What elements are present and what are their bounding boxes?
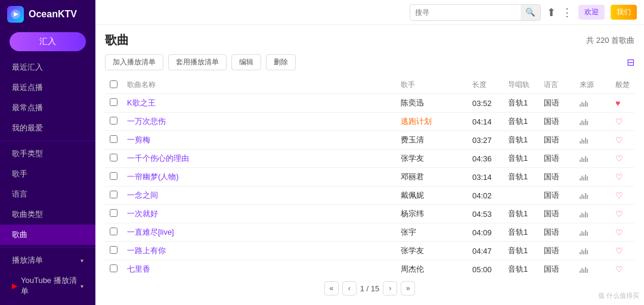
bars-icon-4[interactable]: [580, 172, 588, 180]
add-to-playlist-button[interactable]: 加入播放清单: [105, 54, 163, 70]
sidebar-item-recent-import[interactable]: 最近汇入: [0, 57, 95, 77]
welcome-button[interactable]: 欢迎: [578, 5, 605, 20]
logo-text: OceanKTV: [29, 9, 77, 20]
first-page-button[interactable]: «: [324, 281, 339, 295]
song-artist-3: 张学友: [401, 154, 424, 163]
col-header-name: 歌曲名称: [122, 76, 396, 94]
edit-button[interactable]: 编辑: [231, 54, 261, 70]
fav-cell-6: ♡: [611, 205, 634, 223]
song-artist-7: 张宇: [401, 228, 416, 236]
row-checkbox-5[interactable]: [110, 191, 117, 198]
song-duration-4: 03:14: [467, 168, 503, 186]
bars-icon-3[interactable]: [580, 154, 588, 162]
song-name-7[interactable]: 一直难尽[live]: [127, 228, 174, 236]
favorite-icon-4[interactable]: ♡: [615, 172, 623, 182]
search-box: 🔍: [410, 4, 541, 21]
pagination: « ‹ 1 / 15 › »: [105, 276, 634, 298]
sidebar-item-recent-play[interactable]: 最近点播: [0, 77, 95, 98]
song-audio-0: 音轨1: [503, 94, 539, 113]
song-audio-4: 音轨1: [503, 168, 539, 186]
song-source-7: [575, 223, 611, 242]
favorite-icon-5[interactable]: ♡: [615, 191, 623, 200]
select-all-checkbox[interactable]: [110, 80, 117, 88]
favorite-icon-7[interactable]: ♡: [615, 228, 623, 237]
filter-icon[interactable]: ⊟: [627, 57, 634, 68]
row-checkbox-9[interactable]: [110, 264, 117, 272]
song-artist-9: 周杰伦: [401, 264, 424, 273]
paid-button[interactable]: 我们: [611, 5, 637, 20]
song-name-5[interactable]: 一念之间: [127, 191, 158, 200]
row-checkbox-4[interactable]: [110, 172, 117, 180]
page-title: 歌曲: [105, 32, 129, 48]
upload-icon[interactable]: ⬆: [547, 6, 556, 19]
sidebar-item-songs[interactable]: 歌曲: [0, 225, 95, 245]
song-source-9: [575, 260, 611, 277]
col-header-lang: 语言: [539, 76, 575, 94]
fav-cell-1: ♡: [611, 113, 634, 131]
bars-icon-6[interactable]: [580, 209, 588, 217]
row-checkbox-3[interactable]: [110, 154, 117, 161]
favorite-icon-8[interactable]: ♡: [615, 246, 623, 256]
song-lang-1: 国语: [539, 113, 575, 131]
sidebar-item-youtube-playlist[interactable]: ▶ YouTube 播放清单 ▾: [0, 270, 95, 301]
song-lang-9: 国语: [539, 260, 575, 277]
sidebar-item-playlist[interactable]: 播放清单 ▾: [0, 250, 95, 270]
song-source-8: [575, 242, 611, 260]
bars-icon-5[interactable]: [580, 191, 588, 199]
bars-icon-1[interactable]: [580, 117, 588, 125]
apply-playlist-button[interactable]: 套用播放清单: [168, 54, 227, 70]
table-row: 七里香 周杰伦 05:00 音轨1 国语 ♡: [105, 260, 634, 277]
row-checkbox-2[interactable]: [110, 135, 117, 143]
song-name-1[interactable]: 一万次悲伤: [127, 117, 166, 126]
delete-button[interactable]: 删除: [266, 54, 296, 70]
song-artist-1[interactable]: 逃跑计划: [401, 117, 432, 126]
favorite-icon-9[interactable]: ♡: [615, 264, 623, 274]
songs-table: 歌曲名称 歌手 长度 导唱轨 语言 来源 般楚 K歌之王 陈奕迅 03:52 音…: [105, 76, 634, 276]
sidebar-item-most-played[interactable]: 最常点播: [0, 98, 95, 118]
song-name-3[interactable]: 一千个伤心的理由: [127, 154, 189, 163]
bars-icon-9[interactable]: [580, 264, 588, 273]
fav-cell-8: ♡: [611, 242, 634, 260]
row-checkbox-6[interactable]: [110, 209, 117, 217]
sidebar-item-song-type[interactable]: 歌曲类型: [0, 204, 95, 225]
row-checkbox-7[interactable]: [110, 228, 117, 235]
song-audio-7: 音轨1: [503, 223, 539, 242]
song-audio-9: 音轨1: [503, 260, 539, 277]
fav-cell-2: ♡: [611, 131, 634, 150]
sidebar-item-singer[interactable]: 歌手: [0, 164, 95, 184]
divider2: [0, 247, 95, 248]
import-button[interactable]: 汇入: [10, 32, 86, 51]
favorite-icon-0[interactable]: ♥: [615, 98, 620, 108]
row-checkbox-0[interactable]: [110, 98, 117, 106]
row-checkbox-8[interactable]: [110, 246, 117, 254]
favorite-icon-2[interactable]: ♡: [615, 135, 623, 145]
song-name-0[interactable]: K歌之王: [127, 98, 156, 107]
sidebar-item-singer-type[interactable]: 歌手类型: [0, 144, 95, 164]
song-name-9[interactable]: 七里香: [127, 264, 150, 273]
playlist-label: 播放清单: [12, 255, 43, 266]
favorite-icon-1[interactable]: ♡: [615, 117, 623, 126]
youtube-playlist-label: YouTube 播放清单: [21, 275, 80, 297]
content-header: 歌曲 共 220 首歌曲: [105, 32, 634, 48]
song-name-4[interactable]: 一帘幽梦(人物): [127, 172, 179, 181]
song-artist-6: 杨宗纬: [401, 209, 424, 218]
bars-icon-8[interactable]: [580, 246, 588, 254]
fav-cell-9: ♡: [611, 260, 634, 277]
sidebar-item-language[interactable]: 语言: [0, 184, 95, 204]
song-name-2[interactable]: 一剪梅: [127, 135, 150, 144]
prev-page-button[interactable]: ‹: [342, 281, 357, 295]
bars-icon-2[interactable]: [580, 135, 588, 144]
favorite-icon-3[interactable]: ♡: [615, 154, 623, 163]
more-icon[interactable]: ⋮: [562, 6, 572, 19]
next-page-button[interactable]: ›: [383, 281, 397, 295]
song-name-8[interactable]: 一路上有你: [127, 246, 166, 255]
search-button[interactable]: 🔍: [521, 5, 540, 20]
row-checkbox-1[interactable]: [110, 117, 117, 125]
sidebar-item-favorites[interactable]: 我的最爱: [0, 118, 95, 138]
song-name-6[interactable]: 一次就好: [127, 209, 158, 218]
search-input[interactable]: [410, 8, 521, 17]
bars-icon-7[interactable]: [580, 228, 588, 236]
favorite-icon-6[interactable]: ♡: [615, 209, 623, 219]
last-page-button[interactable]: »: [401, 281, 415, 295]
bars-icon-0[interactable]: [580, 98, 588, 107]
